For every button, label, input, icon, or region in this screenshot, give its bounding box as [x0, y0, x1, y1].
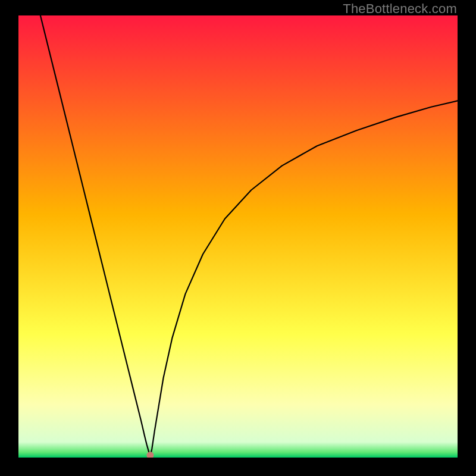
- gradient-background: [18, 15, 458, 458]
- chart-frame: [18, 15, 458, 458]
- watermark-text: TheBottleneck.com: [343, 1, 457, 17]
- chart-svg: [18, 15, 458, 458]
